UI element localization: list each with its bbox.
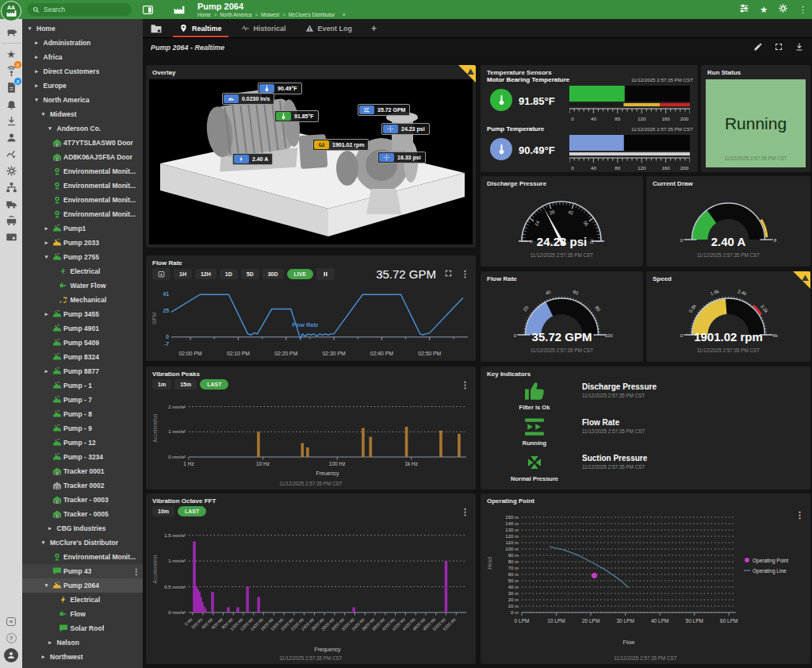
tree-item-pump-43[interactable]: Pump 43⋮ [22,564,143,578]
caret-right-icon[interactable]: ▸ [41,240,52,246]
chart-menu-icon[interactable]: ⋮ [461,508,469,516]
breadcrumb-link[interactable]: North America [220,12,251,17]
caret-right-icon[interactable]: ▸ [32,83,42,89]
range-button-1d[interactable]: 1D [220,269,238,279]
pause-button[interactable] [316,268,335,280]
tree-item-environmental-monit[interactable]: Environmental Monit... [22,207,143,221]
caret-down-icon[interactable]: ▾ [41,582,52,589]
vibration-fft-chart[interactable]: 0 mm/s²0.5 mm/s²1 mm/s²1.5 mm/s²0 Hz200 … [151,522,471,657]
tree-item-home[interactable]: ▾Home [22,21,143,36]
chart-fullscreen-icon[interactable] [444,267,453,281]
favorite-star-icon[interactable]: ★ [760,6,768,14]
tree-item-tracker-0002[interactable]: Tracker 0002 [22,478,143,493]
search-input[interactable]: Search [27,3,132,16]
range-button-10m[interactable]: 10m [152,506,174,516]
range-button-1h[interactable]: 1H [174,269,192,279]
warning-corner-icon[interactable] [458,65,476,86]
tree-item-pump1[interactable]: ▸Pump1 [22,221,143,236]
tree-item-pump-2033[interactable]: ▸Pump 2033 [22,236,143,250]
chart-menu-icon[interactable]: ⋮ [461,381,469,389]
dashboard-folder-icon[interactable] [143,19,170,37]
caret-right-icon[interactable]: ▸ [32,40,42,46]
edit-pencil-icon[interactable] [753,40,763,55]
tree-item-tracker-0003[interactable]: Tracker - 0003 [22,493,143,507]
rail-truck-button[interactable] [2,196,20,213]
rail-machine-button[interactable] [2,24,20,40]
settings-gear-icon[interactable] [778,2,788,17]
tree-item-environmental-monit[interactable]: Environmental Monit... [22,164,143,179]
caret-down-icon[interactable]: ▾ [25,25,35,32]
range-button-1m[interactable]: 1m [152,379,171,390]
download-icon[interactable] [795,40,804,55]
tree-item-pump-2755[interactable]: ▾Pump 2755 [22,250,143,264]
rail-person-button[interactable] [2,129,20,146]
last-button[interactable]: LAST [178,506,206,516]
caret-down-icon[interactable]: ▾ [41,254,52,260]
tree-item-ad8k06ajsf5a-door[interactable]: AD8K06AJSF5A Door [22,150,143,164]
caret-right-icon[interactable]: ▸ [32,68,42,75]
live-button[interactable]: LIVE [287,269,314,279]
caret-right-icon[interactable]: ▸ [38,654,48,660]
tree-item-anderson-co[interactable]: ▾Anderson Co. [22,121,143,136]
rail-bus-button[interactable] [2,213,20,229]
tree-item-nelson[interactable]: ▸Nelson [22,635,143,650]
warning-corner-icon[interactable] [793,271,810,292]
tree-item-environmental-monit[interactable]: Environmental Monit... [22,193,143,207]
tree-item-pump-12[interactable]: Pump - 12 [22,436,143,450]
tree-item-tracker-0001[interactable]: Tracker 0001 [22,464,143,478]
pump-3d-view[interactable]: 90.49°F0.0230 in/s91.85°F35.72 GPM24.23 … [149,79,473,244]
tree-item-north-america[interactable]: ▾North America [22,93,143,107]
tree-item-flow[interactable]: Flow [22,607,143,621]
tree-item-pump-2064[interactable]: ▾Pump 2064 [22,578,143,593]
tree-item-4t7ytsl8asw0-door[interactable]: 4T7YTSL8ASW0 Door [22,136,143,150]
tree-item-environmental-monit[interactable]: Environmental Monit... [22,179,143,193]
tree-item-pump-5409[interactable]: Pump 5409 [22,336,143,350]
rail-collapse-button[interactable]: « [2,613,20,630]
rail-user-avatar[interactable] [2,647,20,663]
caret-down-icon[interactable]: ▾ [32,97,42,103]
rail-doc-button[interactable]: 2 [2,79,20,96]
caret-down-icon[interactable]: ▾ [38,111,48,117]
rail-help-button[interactable]: ? [2,630,20,647]
tree-item-direct-customers[interactable]: ▸Direct Customers [22,64,143,79]
overflow-menu-icon[interactable]: ⋮ [799,6,807,14]
rail-sitemap-button[interactable] [2,179,20,196]
tree-item-mechanical[interactable]: Mechanical [22,293,143,307]
caret-right-icon[interactable]: ▸ [32,54,42,60]
tree-item-pump-9[interactable]: Pump - 9 [22,421,143,436]
tree-item-electrical[interactable]: Electrical [22,264,143,278]
tree-item-electrical[interactable]: Electrical [22,593,143,607]
rail-broadcast-button[interactable]: 2 [2,63,20,79]
caret-right-icon[interactable]: ▸ [41,311,52,317]
rail-download-button[interactable] [2,113,20,129]
range-button-12h[interactable]: 12H [195,269,216,279]
rail-bell-button[interactable] [2,96,20,113]
tree-item-pump-3455[interactable]: ▸Pump 3455 [22,307,143,321]
tree-item-europe[interactable]: ▸Europe [22,79,143,93]
panel-toggle-icon[interactable] [143,6,153,14]
tab-event-log[interactable]: Event Log [296,19,362,37]
fullscreen-icon[interactable] [774,40,783,55]
range-button-30d[interactable]: 30D [262,269,284,279]
tab-add[interactable]: + [362,19,386,37]
tree-item-pump-8[interactable]: Pump - 8 [22,407,143,421]
last-button[interactable]: LAST [200,379,228,390]
tree-item-mcclure-s-distributor[interactable]: ▾McClure's Distributor [22,536,143,550]
caret-right-icon[interactable]: ▸ [41,225,52,232]
jump-to-date-button[interactable] [152,268,170,280]
tree-item-pump-4901[interactable]: Pump 4901 [22,321,143,336]
chart-menu-icon[interactable]: ⋮ [461,270,469,278]
caret-down-icon[interactable]: ▾ [45,125,56,132]
app-logo[interactable]: AA [1,1,21,21]
caret-right-icon[interactable]: ▸ [45,639,56,646]
tab-historical[interactable]: Historical [232,19,296,37]
tree-item-cbg-industries[interactable]: ▸CBG Industries [22,521,143,536]
filters-tune-icon[interactable] [739,2,749,17]
breadcrumb-link[interactable]: McClure's Distributor [289,12,335,17]
tree-item-pump-8324[interactable]: Pump 8324 [22,350,143,364]
caret-right-icon[interactable]: ▸ [45,525,56,532]
tree-item-administration[interactable]: ▸Administration [22,36,143,50]
caret-down-icon[interactable]: ▾ [38,539,48,546]
tree-item-water-flow[interactable]: Water Flow [22,278,143,293]
caret-right-icon[interactable]: ▸ [41,368,52,374]
